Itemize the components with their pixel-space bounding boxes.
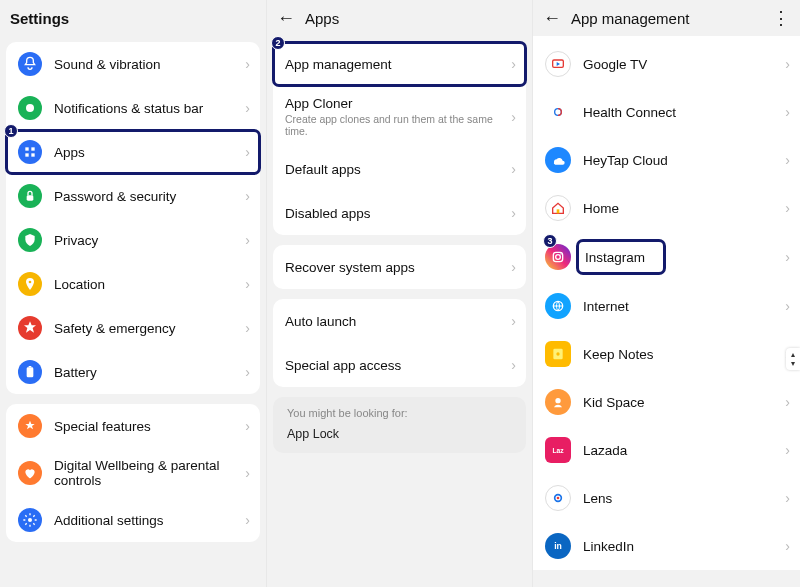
row-label: Disabled apps	[285, 206, 499, 221]
label-wrap: Special features	[54, 419, 233, 434]
chevron-right-icon: ›	[785, 490, 790, 506]
chevron-right-icon: ›	[245, 364, 250, 380]
settings-row[interactable]: Special features›	[6, 404, 260, 448]
apps-row[interactable]: App ClonerCreate app clones and run them…	[273, 86, 526, 147]
svg-rect-7	[27, 367, 34, 377]
app-label-wrap: Lazada	[583, 441, 627, 459]
row-label: Auto launch	[285, 314, 499, 329]
row-label: Location	[54, 277, 233, 292]
apps-group-1: 2App management›App ClonerCreate app clo…	[273, 42, 526, 235]
app-row[interactable]: inLinkedIn›	[533, 522, 800, 570]
settings-row[interactable]: Additional settings›	[6, 498, 260, 542]
row-sub: Create app clones and run them at the sa…	[285, 113, 499, 137]
app-label: Health Connect	[583, 105, 676, 120]
app-row[interactable]: Keep Notes›	[533, 330, 800, 378]
app-row[interactable]: Internet›	[533, 282, 800, 330]
app-label-wrap: Health Connect	[583, 103, 676, 121]
settings-row[interactable]: Battery›	[6, 350, 260, 394]
app-label-wrap: Keep Notes	[583, 345, 654, 363]
apps-group-2: Recover system apps›	[273, 245, 526, 289]
apps-group-3: Auto launch›Special app access›	[273, 299, 526, 387]
header-apps: ← Apps	[267, 0, 532, 36]
settings-row[interactable]: Digital Wellbeing & parental controls›	[6, 448, 260, 498]
battery-icon	[18, 360, 42, 384]
app-row[interactable]: Lens›	[533, 474, 800, 522]
star-icon	[18, 316, 42, 340]
label-wrap: Default apps	[285, 162, 499, 177]
hint-item[interactable]: App Lock	[273, 423, 526, 453]
row-label: Special app access	[285, 358, 499, 373]
label-wrap: Notifications & status bar	[54, 101, 233, 116]
settings-row[interactable]: Sound & vibration›	[6, 42, 260, 86]
settings-row[interactable]: Notifications & status bar›	[6, 86, 260, 130]
back-icon[interactable]: ←	[277, 8, 295, 29]
app-list: Google TV›Health Connect›HeyTap Cloud›Ho…	[533, 36, 800, 570]
app-label: Internet	[583, 299, 629, 314]
settings-row[interactable]: Password & security›	[6, 174, 260, 218]
app-label-wrap: Google TV	[583, 55, 647, 73]
settings-group-1: Sound & vibration›Notifications & status…	[6, 42, 260, 394]
chevron-right-icon: ›	[511, 56, 516, 72]
heart-icon	[18, 461, 42, 485]
app-label-wrap: LinkedIn	[583, 537, 634, 555]
chevron-right-icon: ›	[245, 144, 250, 160]
app-label-wrap: Instagram	[579, 242, 663, 272]
kid-icon	[545, 389, 571, 415]
health-icon	[545, 99, 571, 125]
label-wrap: Disabled apps	[285, 206, 499, 221]
settings-row[interactable]: 1Apps›	[6, 130, 260, 174]
apps-row[interactable]: Disabled apps›	[273, 191, 526, 235]
home-icon	[545, 195, 571, 221]
svg-point-18	[555, 398, 560, 403]
chevron-right-icon: ›	[245, 188, 250, 204]
more-icon[interactable]: ⋮	[772, 7, 790, 29]
hint-title: You might be looking for:	[273, 397, 526, 423]
app-row[interactable]: Home›	[533, 184, 800, 232]
row-label: Recover system apps	[285, 260, 499, 275]
svg-rect-4	[31, 153, 34, 156]
svg-point-13	[556, 255, 561, 260]
cloud-icon	[545, 147, 571, 173]
appmgmt-scroll: Google TV›Health Connect›HeyTap Cloud›Ho…	[533, 36, 800, 587]
chevron-right-icon: ›	[245, 100, 250, 116]
app-row[interactable]: LazLazada›	[533, 426, 800, 474]
settings-row[interactable]: Safety & emergency›	[6, 306, 260, 350]
chevron-right-icon: ›	[245, 276, 250, 292]
panel-settings: Settings Sound & vibration›Notifications…	[0, 0, 266, 587]
chevron-right-icon: ›	[785, 394, 790, 410]
app-row[interactable]: Google TV›	[533, 40, 800, 88]
chevron-right-icon: ›	[785, 56, 790, 72]
header-settings: Settings	[0, 0, 266, 36]
app-row[interactable]: 3Instagram›	[533, 232, 800, 282]
apps-row[interactable]: 2App management›	[273, 42, 526, 86]
row-label: Default apps	[285, 162, 499, 177]
apps-row[interactable]: Default apps›	[273, 147, 526, 191]
app-label: Lens	[583, 491, 612, 506]
apps-row[interactable]: Special app access›	[273, 343, 526, 387]
settings-row[interactable]: Privacy›	[6, 218, 260, 262]
settings-row[interactable]: Location›	[6, 262, 260, 306]
row-label: Apps	[54, 145, 233, 160]
scroll-handle-icon[interactable]: ▴▾	[786, 348, 800, 370]
label-wrap: Privacy	[54, 233, 233, 248]
notif-icon	[18, 96, 42, 120]
back-icon[interactable]: ←	[543, 8, 561, 29]
app-row[interactable]: Health Connect›	[533, 88, 800, 136]
apps-row[interactable]: Recover system apps›	[273, 245, 526, 289]
label-wrap: App management	[285, 57, 499, 72]
label-wrap: Digital Wellbeing & parental controls	[54, 458, 233, 488]
svg-rect-11	[557, 209, 560, 213]
chevron-right-icon: ›	[245, 465, 250, 481]
note-icon	[545, 341, 571, 367]
in-icon: in	[545, 533, 571, 559]
chevron-right-icon: ›	[245, 418, 250, 434]
app-label: HeyTap Cloud	[583, 153, 668, 168]
chevron-right-icon: ›	[785, 249, 790, 265]
apps-row[interactable]: Auto launch›	[273, 299, 526, 343]
app-row[interactable]: HeyTap Cloud›	[533, 136, 800, 184]
app-row[interactable]: Kid Space›	[533, 378, 800, 426]
chevron-right-icon: ›	[785, 104, 790, 120]
pin-icon	[18, 272, 42, 296]
svg-text:Laz: Laz	[552, 447, 564, 454]
chevron-right-icon: ›	[245, 320, 250, 336]
